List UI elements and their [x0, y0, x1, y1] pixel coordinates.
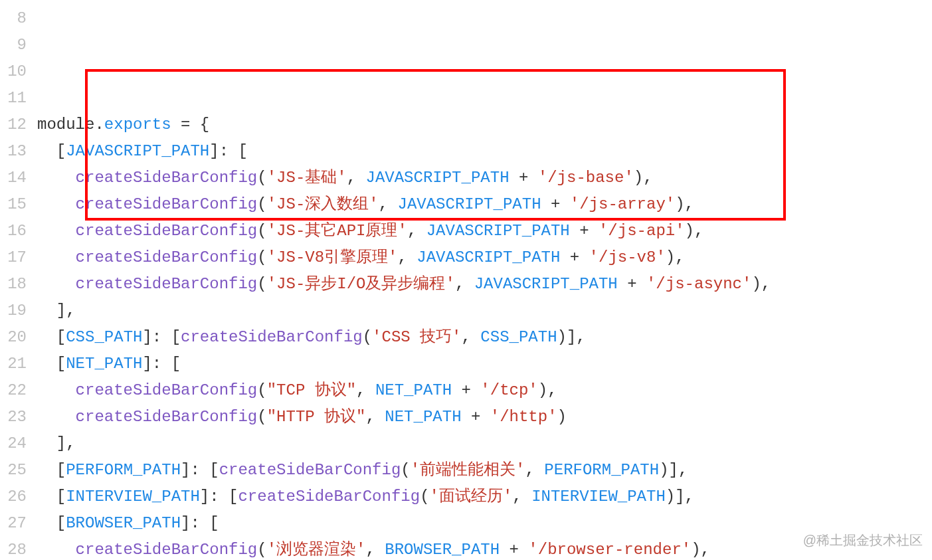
code-token [37, 408, 76, 426]
code-token: ( [257, 408, 266, 426]
code-token: + [570, 222, 599, 240]
code-token: , [407, 222, 426, 240]
code-token: ], [37, 434, 76, 452]
code-token: PERFORM_PATH [544, 461, 659, 479]
code-token: JAVASCRIPT_PATH [426, 222, 570, 240]
code-token: "TCP 协议" [267, 381, 356, 399]
line-number: 14 [0, 165, 27, 191]
code-token: createSideBarConfig [219, 461, 401, 479]
code-line[interactable] [32, 85, 932, 112]
code-editor[interactable]: 8910111213141516171819202122232425262728… [0, 0, 932, 560]
code-token: + [510, 169, 538, 187]
code-token: createSideBarConfig [76, 541, 258, 559]
code-token: JAVASCRIPT_PATH [366, 169, 510, 187]
line-number: 9 [0, 32, 27, 58]
code-token: 'JS-V8引擎原理' [267, 248, 398, 266]
code-token: 'JS-其它API原理' [267, 222, 407, 240]
code-line[interactable]: createSideBarConfig("TCP 协议", NET_PATH +… [32, 377, 932, 404]
code-token [37, 169, 76, 187]
code-line[interactable]: [PERFORM_PATH]: [createSideBarConfig('前端… [32, 457, 932, 484]
code-token: '/js-async' [646, 275, 751, 293]
line-number: 20 [0, 324, 27, 351]
code-token: createSideBarConfig [76, 169, 258, 187]
code-token: "HTTP 协议" [267, 408, 366, 426]
code-line[interactable]: createSideBarConfig('JS-V8引擎原理', JAVASCR… [32, 244, 932, 271]
code-token: JAVASCRIPT_PATH [474, 275, 618, 293]
code-token: , [365, 541, 385, 559]
code-token: ], [37, 302, 76, 320]
code-line[interactable]: [JAVASCRIPT_PATH]: [ [32, 138, 932, 165]
line-number: 10 [0, 58, 27, 85]
code-line[interactable]: createSideBarConfig('浏览器渲染', BROWSER_PAT… [32, 537, 932, 560]
code-token: [ [37, 488, 66, 506]
code-line[interactable]: ], [32, 430, 932, 457]
code-token [37, 248, 76, 266]
code-token: createSideBarConfig [76, 408, 258, 426]
line-number: 19 [0, 298, 27, 324]
code-token: ( [257, 275, 266, 293]
line-number: 23 [0, 404, 27, 430]
code-token: createSideBarConfig [76, 275, 258, 293]
code-token: ( [257, 195, 266, 213]
code-token: ]: [ [200, 488, 238, 506]
line-number: 11 [0, 85, 27, 112]
code-token: ), [691, 541, 710, 559]
code-line[interactable]: createSideBarConfig('JS-其它API原理', JAVASC… [32, 218, 932, 244]
code-token: ]: [ [142, 328, 181, 346]
code-token: 'JS-深入数组' [267, 195, 379, 213]
code-token: [ [37, 461, 66, 479]
line-number: 15 [0, 191, 27, 218]
code-token: createSideBarConfig [76, 222, 258, 240]
code-token: CSS_PATH [480, 328, 557, 346]
code-line[interactable]: [CSS_PATH]: [createSideBarConfig('CSS 技巧… [32, 324, 932, 351]
code-token: createSideBarConfig [76, 381, 258, 399]
code-token: + [618, 275, 646, 293]
code-token: INTERVIEW_PATH [66, 488, 200, 506]
line-number: 28 [0, 537, 27, 560]
code-token: ( [257, 222, 266, 240]
code-line[interactable]: createSideBarConfig('JS-异步I/O及异步编程', JAV… [32, 271, 932, 298]
code-token: exports [104, 116, 171, 134]
code-line[interactable]: [BROWSER_PATH]: [ [32, 510, 932, 537]
code-token: )], [659, 461, 688, 479]
line-number: 24 [0, 430, 27, 457]
code-line[interactable]: createSideBarConfig("HTTP 协议", NET_PATH … [32, 404, 932, 430]
code-token: ( [257, 248, 266, 266]
code-token: + [541, 195, 570, 213]
code-token: ( [401, 461, 410, 479]
code-line[interactable]: createSideBarConfig('JS-深入数组', JAVASCRIP… [32, 191, 932, 218]
code-token: createSideBarConfig [181, 328, 363, 346]
code-token: '浏览器渲染' [267, 541, 366, 559]
code-token: )], [666, 488, 694, 506]
code-token [37, 541, 76, 559]
code-token: [ [37, 355, 66, 373]
code-line[interactable]: [INTERVIEW_PATH]: [createSideBarConfig('… [32, 484, 932, 510]
code-token: , [366, 408, 385, 426]
code-token [37, 195, 76, 213]
code-token: module [37, 116, 94, 134]
code-token: ]: [ [181, 514, 219, 532]
code-token: NET_PATH [375, 381, 452, 399]
code-token: ) [557, 408, 567, 426]
code-token: [ [37, 514, 66, 532]
code-token: '前端性能相关' [411, 461, 525, 479]
code-line[interactable]: createSideBarConfig('JS-基础', JAVASCRIPT_… [32, 165, 932, 191]
code-area[interactable]: module.exports = { [JAVASCRIPT_PATH]: [ … [32, 5, 932, 560]
code-token: [ [37, 142, 66, 160]
line-number: 18 [0, 271, 27, 298]
code-token: ), [675, 195, 694, 213]
code-line[interactable]: ], [32, 298, 932, 324]
line-number: 12 [0, 112, 27, 138]
code-token: ]: [ [142, 355, 181, 373]
code-line[interactable]: [NET_PATH]: [ [32, 351, 932, 377]
code-token: [ [37, 328, 66, 346]
code-token: ), [634, 169, 653, 187]
code-line[interactable]: module.exports = { [32, 112, 932, 138]
code-token: , [379, 195, 398, 213]
code-token: '/js-v8' [589, 248, 666, 266]
code-token: NET_PATH [385, 408, 461, 426]
code-token: , [512, 488, 531, 506]
code-token: , [455, 275, 474, 293]
code-token: BROWSER_PATH [66, 514, 181, 532]
code-token: + [560, 248, 589, 266]
